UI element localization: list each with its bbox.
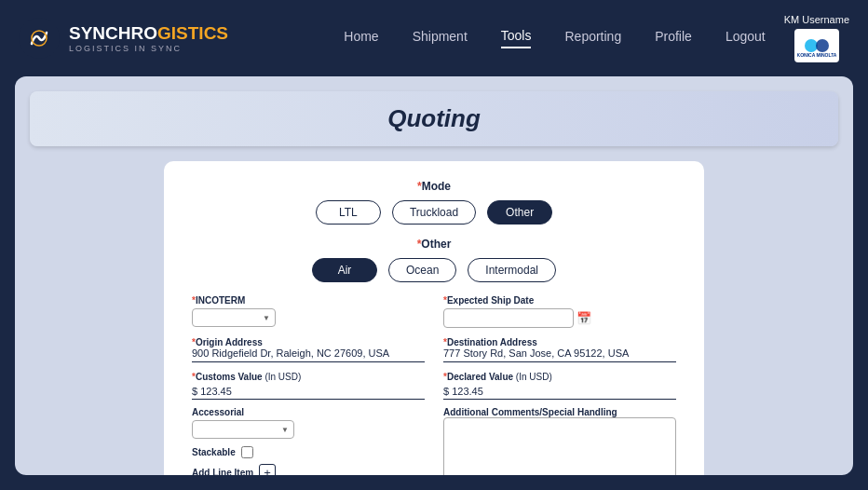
quoting-header: Quoting — [30, 91, 838, 146]
svg-point-4 — [816, 39, 829, 52]
customs-input[interactable] — [192, 386, 425, 400]
stackable-label: Stackable — [192, 447, 236, 457]
destination-value[interactable]: 777 Story Rd, San Jose, CA 95122, USA — [443, 347, 676, 362]
accessorial-select[interactable] — [192, 420, 294, 439]
svg-text:KONICA MINOLTA: KONICA MINOLTA — [797, 52, 836, 58]
brand-tagline: LOGISTICS IN SYNC — [69, 44, 228, 53]
ship-date-group: *Expected Ship Date 📅 — [443, 295, 676, 328]
destination-group: *Destination Address 777 Story Rd, San J… — [443, 337, 676, 362]
navbar: SYNCHRO GISTICS LOGISTICS IN SYNC Home S… — [0, 0, 868, 76]
left-col-fields: *Customs Value (In USD) Accessorial — [192, 372, 425, 475]
origin-group: *Origin Address 900 Ridgefield Dr, Ralei… — [192, 337, 425, 362]
svg-point-3 — [805, 39, 818, 52]
incoterm-select[interactable] — [192, 308, 276, 327]
mode-label: *Mode — [192, 180, 676, 193]
add-line-row: Add Line Item + — [192, 464, 425, 475]
other-air-btn[interactable]: Air — [312, 258, 377, 282]
date-input-wrapper: 📅 — [443, 308, 574, 328]
nav-tools[interactable]: Tools — [501, 28, 532, 48]
logo-icon — [19, 18, 60, 59]
stackable-checkbox[interactable] — [241, 446, 253, 458]
nav-links: Home Shipment Tools Reporting Profile Lo… — [344, 28, 765, 48]
main-content: Quoting *Mode LTL Truckload Other *Other… — [15, 76, 853, 475]
declared-group: *Declared Value (In USD) — [443, 372, 676, 400]
destination-label: *Destination Address — [443, 337, 676, 347]
mode-truckload-btn[interactable]: Truckload — [392, 200, 476, 225]
form-card: *Mode LTL Truckload Other *Other Air Oce… — [164, 161, 704, 475]
other-section: *Other Air Ocean Intermodal — [192, 238, 676, 282]
ship-date-label: *Expected Ship Date — [443, 295, 676, 306]
user-avatar-logo: KONICA MINOLTA — [797, 32, 836, 60]
comments-textarea[interactable] — [443, 417, 676, 475]
incoterm-group: *INCOTERM — [192, 295, 425, 328]
logo-area: SYNCHRO GISTICS LOGISTICS IN SYNC — [19, 18, 228, 59]
stackable-row: Stackable — [192, 446, 425, 458]
accessorial-label: Accessorial — [192, 407, 425, 417]
mode-other-btn[interactable]: Other — [487, 200, 552, 225]
mode-buttons: LTL Truckload Other — [192, 200, 676, 225]
mode-ltl-btn[interactable]: LTL — [316, 200, 381, 225]
add-line-label: Add Line Item — [192, 468, 253, 476]
user-label: KM Username — [784, 14, 849, 25]
declared-input[interactable] — [443, 386, 676, 400]
origin-value[interactable]: 900 Ridgefield Dr, Raleigh, NC 27609, US… — [192, 347, 425, 362]
values-row: *Customs Value (In USD) Accessorial — [192, 372, 676, 475]
incoterm-select-wrapper — [192, 308, 276, 327]
customs-group: *Customs Value (In USD) — [192, 372, 425, 400]
other-ocean-btn[interactable]: Ocean — [388, 258, 456, 282]
calendar-icon[interactable]: 📅 — [576, 311, 591, 325]
right-col-fields: *Declared Value (In USD) Additional Comm… — [443, 372, 676, 475]
nav-shipment[interactable]: Shipment — [413, 29, 468, 48]
incoterm-label: *INCOTERM — [192, 295, 425, 306]
incoterm-date-row: *INCOTERM *Expected Ship Date — [192, 295, 676, 328]
address-row: *Origin Address 900 Ridgefield Dr, Ralei… — [192, 337, 676, 362]
accessorial-select-wrapper — [192, 420, 294, 439]
brand-gistics: GISTICS — [157, 23, 228, 44]
nav-home[interactable]: Home — [344, 29, 378, 48]
other-intermodal-btn[interactable]: Intermodal — [468, 258, 556, 282]
user-avatar: KONICA MINOLTA — [794, 29, 839, 62]
comments-label: Additional Comments/Special Handling — [443, 407, 676, 417]
nav-reporting[interactable]: Reporting — [564, 29, 621, 48]
nav-profile[interactable]: Profile — [655, 29, 692, 48]
nav-logout[interactable]: Logout — [726, 29, 766, 48]
origin-label: *Origin Address — [192, 337, 425, 347]
logo-text: SYNCHRO GISTICS LOGISTICS IN SYNC — [69, 23, 228, 53]
other-label: *Other — [192, 238, 676, 251]
user-box: KM Username KONICA MINOLTA — [784, 14, 849, 62]
page-title: Quoting — [43, 104, 825, 133]
add-line-btn[interactable]: + — [259, 464, 276, 475]
declared-label: *Declared Value (In USD) — [443, 372, 676, 382]
customs-label: *Customs Value (In USD) — [192, 372, 425, 382]
other-buttons: Air Ocean Intermodal — [192, 258, 676, 282]
comments-group: Additional Comments/Special Handling — [443, 407, 676, 475]
date-input[interactable] — [448, 313, 576, 324]
brand-synchro: SYNCHRO — [69, 23, 157, 44]
accessorial-group: Accessorial — [192, 407, 425, 439]
